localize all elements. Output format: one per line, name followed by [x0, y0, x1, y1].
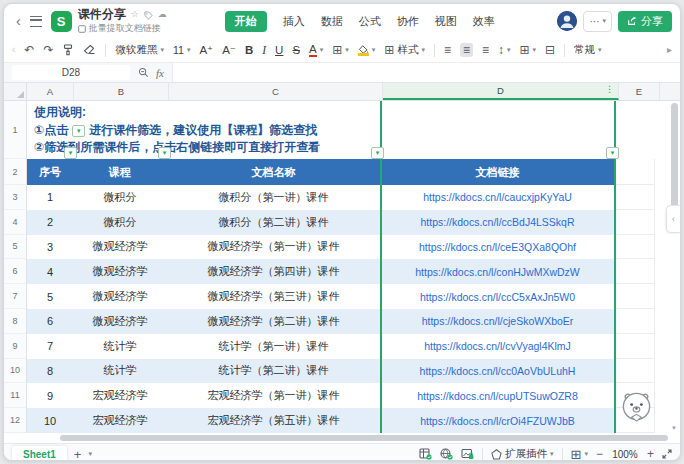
- row-header-4[interactable]: 4: [4, 210, 26, 235]
- italic-button[interactable]: I: [262, 44, 266, 56]
- cell-styles-dropdown[interactable]: ⊞样式▾: [384, 43, 425, 57]
- inline-filter-icon[interactable]: ▼: [72, 125, 85, 137]
- cell-A10[interactable]: 8: [27, 359, 73, 384]
- cell-C11[interactable]: 宏观经济学（第一讲）课件: [167, 383, 380, 408]
- row-header-8[interactable]: 8: [4, 309, 26, 334]
- cell-E3[interactable]: [615, 185, 655, 210]
- row-header-12[interactable]: 12: [4, 408, 26, 433]
- link-cell-D11[interactable]: https://kdocs.cn/l/cupUTSuwOZR8: [380, 383, 615, 408]
- document-subtitle[interactable]: 批量提取文档链接: [89, 24, 161, 34]
- cell-B12[interactable]: 宏观经济学: [73, 408, 167, 433]
- cloud-sync-icon[interactable]: ☁: [158, 10, 167, 20]
- filter-dropdown-column-d[interactable]: ▼: [606, 147, 619, 159]
- user-avatar[interactable]: [557, 11, 577, 31]
- cell-E7[interactable]: [615, 284, 655, 309]
- image-protect-icon[interactable]: [461, 448, 474, 460]
- increase-font-icon[interactable]: A⁺: [199, 43, 213, 57]
- star-icon[interactable]: ☆: [131, 10, 139, 20]
- select-all-corner[interactable]: [4, 83, 27, 100]
- cell-B10[interactable]: 统计学: [73, 359, 167, 384]
- scroll-down-icon[interactable]: ▼: [671, 425, 677, 431]
- cell-C9[interactable]: 统计学（第一讲）课件: [167, 334, 380, 359]
- view-mode-dropdown[interactable]: ⊞▾: [571, 448, 588, 461]
- row-header-5[interactable]: 5: [4, 235, 26, 260]
- cell-A11[interactable]: 9: [27, 383, 73, 408]
- extensions-button[interactable]: 扩展插件▾: [491, 447, 554, 461]
- cell-A3[interactable]: 1: [27, 185, 73, 210]
- more-actions-button[interactable]: ··· ▾: [583, 11, 612, 32]
- cell-A6[interactable]: 4: [27, 259, 73, 284]
- cell-E8[interactable]: [615, 309, 655, 334]
- zoom-in-icon[interactable]: +: [647, 448, 654, 460]
- borders-dropdown[interactable]: ⊞▾: [332, 44, 349, 56]
- cell-E5[interactable]: [615, 235, 655, 260]
- menu-tab-数据[interactable]: 数据: [321, 14, 343, 29]
- strikethrough-button[interactable]: S: [292, 44, 300, 56]
- cell-E6[interactable]: [615, 259, 655, 284]
- column-header-B[interactable]: B: [74, 83, 169, 100]
- cell-C7[interactable]: 微观经济学（第三讲）课件: [167, 284, 380, 309]
- zoom-out-icon[interactable]: −: [596, 448, 603, 460]
- cell-B6[interactable]: 微观经济学: [73, 259, 167, 284]
- row-header-10[interactable]: 10: [4, 359, 26, 384]
- font-name-dropdown[interactable]: 微软雅黑▾: [115, 43, 164, 57]
- column-header-A[interactable]: A: [27, 83, 74, 100]
- align-left-icon[interactable]: ≡: [444, 44, 451, 56]
- menu-tab-效率[interactable]: 效率: [473, 14, 495, 29]
- cell-B5[interactable]: 微观经济学: [73, 235, 167, 260]
- underline-button[interactable]: U: [275, 44, 283, 56]
- align-center-icon[interactable]: ≡: [460, 43, 473, 57]
- column-header-E[interactable]: E: [619, 83, 660, 100]
- cell-C6[interactable]: 微观经济学（第四讲）课件: [167, 259, 380, 284]
- cell-C5[interactable]: 微观经济学（第一讲）课件: [167, 235, 380, 260]
- row-header-7[interactable]: 7: [4, 284, 26, 309]
- vertical-scrollbar[interactable]: [671, 103, 678, 211]
- decrease-font-icon[interactable]: A⁻: [222, 43, 236, 57]
- table-header-1[interactable]: 序号: [27, 159, 73, 185]
- format-eraser-icon[interactable]: [83, 44, 96, 56]
- cell-C4[interactable]: 微积分（第二讲）课件: [167, 210, 380, 235]
- row-header-9[interactable]: 9: [4, 334, 26, 359]
- cell-A9[interactable]: 7: [27, 334, 73, 359]
- column-menu-icon[interactable]: ⋮: [605, 85, 614, 94]
- row-header-1[interactable]: 1: [4, 101, 26, 159]
- undo-icon[interactable]: ↶: [24, 44, 34, 56]
- table-header-4[interactable]: 文档链接: [380, 159, 615, 185]
- horizontal-scrollbar[interactable]: [60, 435, 668, 441]
- toolbar-overflow-icon[interactable]: ▸: [667, 45, 672, 55]
- back-icon[interactable]: ‹: [16, 13, 21, 29]
- cell-A4[interactable]: 2: [27, 210, 73, 235]
- table-header-3[interactable]: 文档名称: [167, 159, 380, 185]
- cell-E10[interactable]: [615, 359, 655, 384]
- assistant-mascot[interactable]: [619, 390, 654, 425]
- cell-B9[interactable]: 统计学: [73, 334, 167, 359]
- cell-E2[interactable]: [615, 159, 655, 185]
- link-cell-D8[interactable]: https://kdocs.cn/l/cjeSkoWXboEr: [380, 309, 615, 334]
- share-button[interactable]: 分享: [618, 11, 672, 32]
- magnifier-icon[interactable]: [138, 67, 149, 78]
- merge-cells-dropdown[interactable]: ⊞▾: [519, 44, 536, 56]
- fullscreen-icon[interactable]: [662, 449, 672, 459]
- cell-A7[interactable]: 5: [27, 284, 73, 309]
- link-cell-D6[interactable]: https://kdocs.cn/l/conHJwMXwDzW: [380, 259, 615, 284]
- web-publish-icon[interactable]: [440, 448, 453, 460]
- link-cell-D4[interactable]: https://kdocs.cn/l/ccBdJ4LSSkqR: [380, 210, 615, 235]
- row-header-6[interactable]: 6: [4, 259, 26, 284]
- wrap-text-icon[interactable]: ⊟: [545, 44, 555, 56]
- add-sheet-icon[interactable]: +: [74, 448, 82, 461]
- cell-C10[interactable]: 统计学（第二讲）课件: [167, 359, 380, 384]
- hamburger-menu-icon[interactable]: [30, 16, 42, 27]
- cell-B11[interactable]: 宏观经济学: [73, 383, 167, 408]
- link-cell-D12[interactable]: https://kdocs.cn/l/crOi4FZUWJbB: [380, 408, 615, 433]
- cell-E9[interactable]: [615, 334, 655, 359]
- column-header-D[interactable]: D⋮: [383, 83, 619, 100]
- bold-button[interactable]: B: [245, 44, 253, 56]
- cell-A8[interactable]: 6: [27, 309, 73, 334]
- cell-C12[interactable]: 宏观经济学（第五讲）课件: [167, 408, 380, 433]
- toolbar-collapse-icon[interactable]: ‹: [12, 45, 15, 55]
- row-header-3[interactable]: 3: [4, 185, 26, 210]
- cell-A12[interactable]: 10: [27, 408, 73, 433]
- link-cell-D5[interactable]: https://kdocs.cn/l/ceE3QXa8QOhf: [380, 235, 615, 260]
- fx-icon[interactable]: fx: [156, 67, 164, 79]
- row-header-2[interactable]: 2: [4, 159, 26, 185]
